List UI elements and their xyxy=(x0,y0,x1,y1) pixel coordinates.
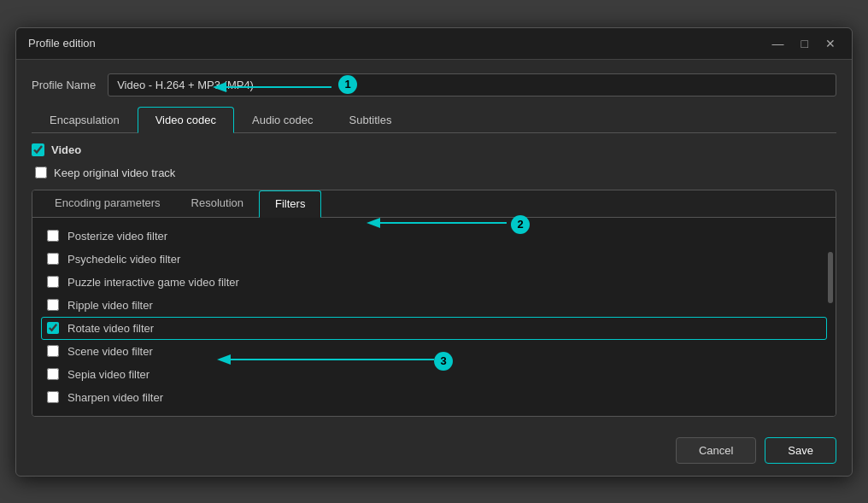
filter-posterize: Posterize video filter xyxy=(41,225,827,248)
filter-psychedelic-checkbox[interactable] xyxy=(47,253,59,265)
keep-original-row: Keep original video track xyxy=(35,167,836,179)
filter-psychedelic: Psychedelic video filter xyxy=(41,248,827,271)
dialog-body: Profile Name Encapsulation Video codec A… xyxy=(16,60,852,429)
inner-tab-filters[interactable]: Filters xyxy=(259,190,321,218)
tab-video-codec[interactable]: Video codec xyxy=(138,107,234,133)
cancel-button[interactable]: Cancel xyxy=(676,437,756,464)
keep-original-label: Keep original video track xyxy=(54,167,175,179)
filter-rotate-checkbox[interactable] xyxy=(47,322,59,334)
maximize-button[interactable]: □ xyxy=(797,35,812,52)
filter-ripple-label: Ripple video filter xyxy=(67,299,153,312)
title-bar: Profile edition — □ ✕ xyxy=(16,28,852,60)
filter-sepia-checkbox[interactable] xyxy=(47,368,59,380)
tab-audio-codec[interactable]: Audio codec xyxy=(234,107,331,133)
filter-sharpen: Sharpen video filter xyxy=(41,386,827,409)
inner-tab-resolution[interactable]: Resolution xyxy=(176,190,259,217)
close-button[interactable]: ✕ xyxy=(821,35,840,52)
video-section-label: Video xyxy=(51,143,81,156)
filter-sharpen-label: Sharpen video filter xyxy=(67,391,163,404)
filter-rotate-label: Rotate video filter xyxy=(67,322,154,335)
filter-sepia: Sepia video filter xyxy=(41,363,827,386)
filter-ripple-checkbox[interactable] xyxy=(47,299,59,311)
filter-rotate: Rotate video filter xyxy=(41,317,827,340)
dialog-footer: Cancel Save xyxy=(16,429,852,476)
main-tabs: Encapsulation Video codec Audio codec Su… xyxy=(32,107,836,133)
filter-puzzle: Puzzle interactive game video filter xyxy=(41,271,827,294)
window-controls: — □ ✕ xyxy=(768,35,840,52)
profile-name-input[interactable] xyxy=(108,73,836,97)
tab-subtitles[interactable]: Subtitles xyxy=(331,107,410,133)
tab-encapsulation[interactable]: Encapsulation xyxy=(32,107,138,133)
profile-name-row: Profile Name xyxy=(32,73,836,97)
scrollbar[interactable] xyxy=(827,218,834,416)
filter-ripple: Ripple video filter xyxy=(41,294,827,317)
profile-name-label: Profile Name xyxy=(32,79,96,91)
filters-list: Posterize video filter Psychedelic video… xyxy=(32,218,836,416)
inner-tabs-header: Encoding parameters Resolution Filters xyxy=(32,190,836,218)
filter-puzzle-checkbox[interactable] xyxy=(47,276,59,288)
filter-psychedelic-label: Psychedelic video filter xyxy=(67,253,180,266)
filter-puzzle-label: Puzzle interactive game video filter xyxy=(67,276,239,289)
filter-scene: Scene video filter xyxy=(41,340,827,363)
inner-tabs-area: Encoding parameters Resolution Filters P… xyxy=(32,190,836,417)
scrollbar-thumb[interactable] xyxy=(828,252,833,303)
filter-sharpen-checkbox[interactable] xyxy=(47,391,59,403)
filter-scene-checkbox[interactable] xyxy=(47,345,59,357)
filter-posterize-checkbox[interactable] xyxy=(47,230,59,242)
minimize-button[interactable]: — xyxy=(768,35,789,52)
filter-sepia-label: Sepia video filter xyxy=(67,368,150,381)
dialog-title: Profile edition xyxy=(28,37,96,50)
keep-original-checkbox[interactable] xyxy=(35,167,47,178)
save-button[interactable]: Save xyxy=(765,437,836,464)
video-section-header: Video xyxy=(32,143,836,156)
filter-scene-label: Scene video filter xyxy=(67,345,153,358)
profile-edition-dialog: Profile edition — □ ✕ Profile Name Encap… xyxy=(15,27,853,477)
inner-tab-encoding-parameters[interactable]: Encoding parameters xyxy=(39,190,176,217)
filter-posterize-label: Posterize video filter xyxy=(67,230,167,243)
video-enable-checkbox[interactable] xyxy=(32,143,44,156)
